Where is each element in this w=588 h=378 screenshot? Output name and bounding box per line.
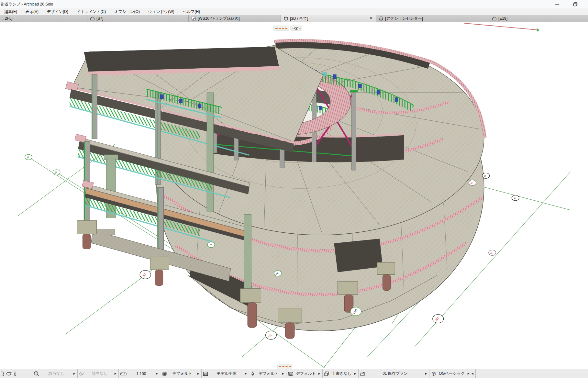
menu-bar: 編集(E)表示(V)デザイン(D)ドキュメント(C)オプション(O)ウィンドウ(… — [0, 8, 588, 15]
collapse-arrow-icon[interactable]: ◀ — [472, 372, 474, 375]
popup-arrow-icon[interactable]: ▶ — [197, 372, 200, 375]
menu-item-7[interactable]: ヘルプ(H) — [179, 8, 205, 15]
status-segment-11[interactable]: OGベーシック▶◀ — [429, 369, 476, 378]
status-segment-6[interactable]: 22モデル全体▶ — [202, 369, 249, 378]
popup-arrow-icon[interactable]: ▶ — [318, 372, 321, 375]
visibility-toggle[interactable] — [291, 26, 302, 30]
floor-icon — [90, 16, 95, 21]
tab-label: [WS10 4Fランプ床伏図] — [198, 16, 240, 21]
grid-bubble: Y10 — [350, 307, 361, 316]
popup-arrow-icon[interactable]: ▶ — [425, 372, 428, 375]
reference-line — [464, 23, 539, 32]
status-segment-4[interactable]: 1:100▶ — [119, 369, 160, 378]
zoom-dots-icon — [34, 371, 39, 376]
menu-item-1[interactable]: 編集(E) — [0, 8, 21, 15]
status-value: 1:100 — [128, 372, 155, 376]
eye-icon — [294, 27, 298, 30]
bell-icon — [379, 16, 383, 21]
close-tab-icon[interactable]: ✕ — [370, 16, 372, 20]
status-value: 該当なし — [86, 371, 113, 376]
menu-item-5[interactable]: オプション(O) — [110, 8, 144, 15]
restore-icon — [573, 2, 578, 6]
popup-arrow-icon[interactable]: ▶ — [468, 372, 470, 375]
grid-bubble: N1 — [140, 270, 151, 279]
grid-bubble: N2 — [266, 331, 277, 339]
tab-label: [3D / 全て] — [290, 16, 308, 21]
status-segment-9[interactable]: 上書きなし▶ — [323, 369, 359, 378]
menu-item-2[interactable]: 表示(V) — [21, 8, 43, 15]
grid-bubble: Y8 — [53, 170, 60, 175]
tab-3[interactable]: [WS10 4Fランプ床伏図] — [189, 15, 281, 22]
frame-icon — [288, 372, 294, 376]
status-segment-3[interactable]: 該当なし▶ — [78, 369, 119, 378]
floor-icon — [492, 16, 497, 21]
walk-icon — [13, 371, 17, 376]
menu-item-4[interactable]: ドキュメント(C) — [72, 8, 110, 15]
layers-icon — [161, 372, 167, 376]
status-value: デフォルト — [169, 371, 196, 376]
fill-pattern-icon: 22 — [203, 372, 208, 376]
tab-6[interactable]: [E19] — [489, 15, 588, 22]
status-segment-5[interactable]: デフォルト▶ — [160, 369, 202, 378]
orbit-icon — [6, 372, 12, 376]
tab-1[interactable]: . 2FL] — [0, 15, 87, 22]
grid-bubble: W — [482, 173, 490, 178]
popup-arrow-icon[interactable]: ▶ — [156, 372, 159, 375]
status-bar: 該当なし▶該当なし▶1:100▶デフォルト▶22モデル全体▶デフォルト▶デフォル… — [0, 369, 588, 378]
status-value: デフォルト — [295, 371, 317, 376]
status-segment-1[interactable] — [0, 369, 32, 378]
select-part-icon — [1, 371, 5, 376]
menu-item-6[interactable]: ウィンドウ(W) — [144, 8, 179, 15]
popup-arrow-icon[interactable]: ▶ — [354, 372, 357, 375]
status-bar-empty — [476, 369, 588, 378]
ruler-icon — [120, 372, 127, 376]
spiral-ramp-model: Y4Y8N1Y6Y8N2Y10N3WWWW — [0, 22, 588, 369]
grid-bubble: Y4 — [25, 154, 32, 160]
grid-bubble: Y8 — [274, 271, 282, 276]
pen-icon — [250, 371, 255, 376]
tab-bar: . 2FL][S7][WS10 4Fランプ床伏図][3D / 全て]✕[アクショ… — [0, 15, 588, 22]
title-bar: 街道ランプ - Archicad 26 Solo — — [0, 0, 588, 8]
status-segment-7[interactable]: デフォルト▶ — [249, 369, 286, 378]
status-value: モデル全体 — [209, 371, 244, 376]
svg-text:22: 22 — [204, 372, 207, 375]
menu-item-3[interactable]: デザイン(D) — [43, 8, 72, 15]
status-segment-10[interactable]: 01 既存プラン▶ — [359, 369, 429, 378]
tab-label: . 2FL] — [3, 16, 13, 21]
popup-arrow-icon[interactable]: ▶ — [245, 372, 248, 375]
tab-4[interactable]: [3D / 全て]✕ — [281, 15, 376, 22]
grid-bubble: N3 — [433, 315, 444, 323]
tab-label: [E19] — [498, 16, 507, 21]
grid-bubble: W — [469, 180, 476, 185]
status-value: 01 既存プラン — [366, 371, 424, 376]
3d-viewport[interactable]: Y4Y8N1Y6Y8N2Y10N3WWWW — [0, 22, 588, 369]
tab-label: [S7] — [96, 16, 103, 21]
cube3d-icon — [283, 16, 288, 21]
minimize-button[interactable]: — — [554, 1, 561, 7]
story-icon — [360, 371, 365, 376]
status-segment-2[interactable]: 該当なし▶ — [32, 369, 78, 378]
status-segment-8[interactable]: デフォルト▶ — [286, 369, 323, 378]
status-value: OGベーシック — [437, 371, 466, 376]
cube-icon — [431, 371, 436, 376]
popup-arrow-icon[interactable]: ▶ — [282, 372, 285, 375]
tab-label: [アクションセンター] — [385, 16, 423, 21]
copy-icon — [324, 371, 329, 376]
tab-2[interactable]: [S7] — [87, 15, 189, 22]
popup-arrow-icon[interactable]: ▶ — [115, 372, 117, 375]
restore-button[interactable] — [572, 1, 579, 7]
archicad-window: 街道ランプ - Archicad 26 Solo — 編集(E)表示(V)デザイ… — [0, 0, 588, 378]
worksheet-icon — [191, 16, 196, 21]
bottom-options-dashes[interactable] — [278, 364, 292, 369]
grid-bubble: W — [489, 250, 496, 255]
tab-options-dashes[interactable] — [274, 26, 289, 30]
tab-5[interactable]: [アクションセンター] — [376, 15, 489, 22]
popup-arrow-icon[interactable]: ▶ — [73, 372, 76, 375]
grid-bubble: W — [512, 195, 519, 201]
status-value: 上書きなし — [330, 371, 353, 376]
status-value: 該当なし — [40, 371, 72, 376]
status-value: デフォルト — [256, 371, 281, 376]
grid-bubble: Y6 — [207, 242, 215, 248]
window-title: 街道ランプ - Archicad 26 Solo — [1, 2, 53, 7]
pencil-diamond-icon — [79, 372, 85, 376]
